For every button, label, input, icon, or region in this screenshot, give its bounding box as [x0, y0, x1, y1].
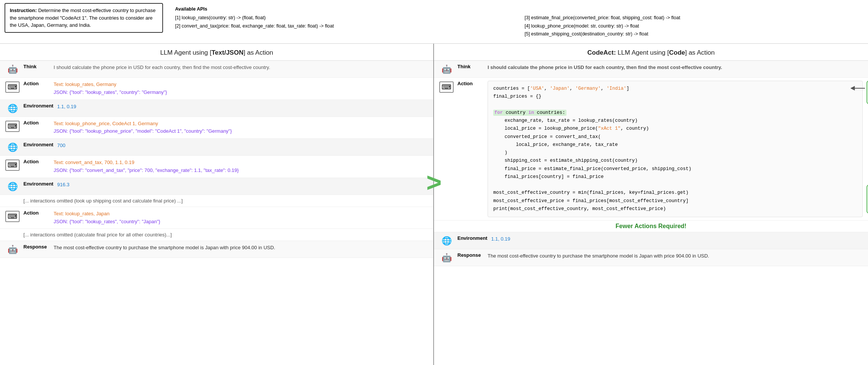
right-panel: CodeAct: LLM Agent using [Code] as Actio…	[434, 44, 868, 365]
code-line-11: final_prices[country] = final_price	[493, 173, 857, 181]
annotation-control: Control & Data Flow of Code Simplifies C…	[866, 81, 868, 104]
action-json-4: JSON: {"tool": "lookup_rates", "country"…	[54, 218, 428, 226]
left-title-bracket: Text/JSON	[211, 49, 243, 56]
annotation-arrow-1	[851, 84, 866, 92]
action-content-2: Text: lookup_phone_price, CodeAct 1, Ger…	[54, 120, 428, 136]
globe-icon-right: 🌐	[442, 236, 452, 246]
action-content-1: Text: lookup_rates, Germany JSON: {"tool…	[54, 81, 428, 97]
action-text-3: Text: convert_and_tax, 700, 1.1, 0.19	[54, 159, 428, 167]
env-icon-3: 🌐	[5, 181, 20, 192]
right-env-row: 🌐 Environment 1.1, 0.19	[434, 232, 868, 249]
code-line-blank2	[493, 181, 857, 189]
action-json-2: JSON: {"tool": "lookup_phone_price", "mo…	[54, 127, 428, 135]
left-action-row-2: ⌨ Action Text: lookup_phone_price, CodeA…	[0, 117, 433, 139]
right-title-bracket: Code	[669, 49, 685, 56]
action-label-1: Action	[23, 81, 50, 86]
right-response-row: 🤖 Response The most cost-effective count…	[434, 249, 868, 266]
api-item: [3] estimate_final_price(converted_price…	[525, 14, 859, 22]
left-env-row-3: 🌐 Environment 916.3	[0, 178, 433, 195]
api-item: [4] lookup_phone_price(model: str, count…	[525, 22, 859, 30]
think-content-right: I should calculate the phone price in US…	[488, 64, 863, 72]
globe-icon-3: 🌐	[8, 182, 18, 192]
env-content-3: 916.3	[57, 181, 428, 189]
instruction-label: Instruction:	[10, 8, 37, 13]
annotation-reuse-box: Re-use `min` Function from Existing Soft…	[866, 185, 868, 213]
code-line-5: local_price = lookup_phone_price("xAct 1…	[493, 125, 857, 133]
action-json-1: JSON: {"tool": "lookup_rates", "country"…	[54, 89, 428, 97]
left-env-row-2: 🌐 Environment 700	[0, 139, 433, 156]
robot-icon-right: 🤖	[442, 64, 452, 74]
think-icon-right: 🤖	[439, 64, 454, 74]
code-line-12: most_cost_effective_country = min(final_…	[493, 189, 857, 197]
code-icon-right: ⌨	[439, 81, 454, 93]
left-action-row-1: ⌨ Action Text: lookup_rates, Germany JSO…	[0, 78, 433, 100]
code-line-7: local_price, exchange_rate, tax_rate	[493, 141, 857, 149]
api-item: [2] convert_and_tax(price: float, exchan…	[175, 22, 509, 30]
left-action-row-3: ⌨ Action Text: convert_and_tax, 700, 1.1…	[0, 156, 433, 178]
response-label-right: Response	[457, 252, 484, 258]
think-label-left: Think	[23, 64, 50, 69]
code-line-blank	[493, 101, 857, 109]
robot-icon-left: 🤖	[8, 64, 18, 74]
action-icon-right: ⌨	[439, 81, 454, 93]
code-line-1: countries = ['USA', 'Japan', 'Germany', …	[493, 85, 857, 93]
fewer-actions-text: Fewer Actions Required!	[616, 223, 686, 230]
apis-col-left: [1] lookup_rates(country: str) -> (float…	[175, 14, 509, 38]
code-line-for: for country in countries:	[493, 109, 857, 117]
left-env-row-1: 🌐 Environment 1.1, 0.19	[0, 100, 433, 117]
response-icon-right: 🤖	[439, 252, 454, 263]
action-icon-4: ⌨	[5, 210, 20, 222]
action-icon-1: ⌨	[5, 81, 20, 93]
left-think-row: 🤖 Think I should calculate the phone pri…	[0, 61, 433, 78]
robot-icon-response-right: 🤖	[442, 253, 452, 263]
codeact-label: CodeAct:	[587, 49, 616, 56]
action-label-right: Action	[457, 81, 484, 86]
code-line-8: )	[493, 149, 857, 157]
code-line-10: final_price = estimate_final_price(conve…	[493, 165, 857, 173]
env-label-right: Environment	[457, 235, 487, 241]
env-icon-1: 🌐	[5, 103, 20, 113]
think-label-right: Think	[457, 64, 484, 69]
action-icon-3: ⌨	[5, 159, 20, 171]
robot-icon-response-left: 🤖	[8, 245, 18, 255]
code-line-2: final_prices = {}	[493, 93, 857, 101]
api-item: [5] estimate_shipping_cost(destination_c…	[525, 30, 859, 38]
action-text-2: Text: lookup_phone_price, CodeAct 1, Ger…	[54, 120, 428, 128]
left-response-row: 🤖 Response The most cost-effective count…	[0, 241, 433, 258]
top-bar: Instruction: Determine the most cost-eff…	[0, 0, 868, 44]
globe-icon-1: 🌐	[8, 104, 18, 113]
globe-icon-2: 🌐	[8, 143, 18, 152]
action-text-4: Text: lookup_rates, Japan	[54, 210, 428, 218]
code-line-4: exchange_rate, tax_rate = lookup_rates(c…	[493, 117, 857, 125]
left-action-row-4: ⌨ Action Text: lookup_rates, Japan JSON:…	[0, 207, 433, 229]
action-icon-2: ⌨	[5, 120, 20, 132]
annotation-reuse: Re-use `min` Function from Existing Soft…	[866, 185, 868, 213]
left-omitted-1: [... interactions omitted (look up shipp…	[0, 195, 433, 207]
env-icon-2: 🌐	[5, 142, 20, 152]
apis-col-right: [3] estimate_final_price(converted_price…	[525, 14, 859, 38]
env-label-2: Environment	[23, 142, 53, 147]
api-item: [1] lookup_rates(country: str) -> (float…	[175, 14, 509, 22]
think-icon-left: 🤖	[5, 64, 20, 74]
code-line-6: converted_price = convert_and_tax(	[493, 133, 857, 141]
env-label-3: Environment	[23, 181, 53, 187]
response-icon-left: 🤖	[5, 244, 20, 255]
response-content-right: The most cost-effective country to purch…	[488, 252, 863, 260]
apis-grid: [1] lookup_rates(country: str) -> (float…	[175, 14, 859, 38]
action-label-4: Action	[23, 210, 50, 216]
think-content-left: I should calculate the phone price in US…	[54, 64, 428, 72]
action-label-2: Action	[23, 120, 50, 126]
instruction-box: Instruction: Determine the most cost-eff…	[5, 3, 163, 33]
right-code-area: countries = ['USA', 'Japan', 'Germany', …	[488, 81, 863, 217]
env-icon-right: 🌐	[439, 235, 454, 246]
response-label-left: Response	[23, 244, 50, 250]
action-content-3: Text: convert_and_tax, 700, 1.1, 0.19 JS…	[54, 159, 428, 175]
code-line-14: print(most_cost_effective_country, most_…	[493, 205, 857, 213]
code-icon-3: ⌨	[5, 159, 20, 171]
code-line-13: most_cost_effective_price = final_prices…	[493, 197, 857, 205]
annotation-control-box: Control & Data Flow of Code Simplifies C…	[866, 81, 868, 104]
apis-box: Available APIs [1] lookup_rates(country:…	[171, 3, 863, 40]
code-icon-4: ⌨	[5, 211, 20, 222]
code-block: countries = ['USA', 'Japan', 'Germany', …	[488, 81, 863, 217]
response-content-left: The most cost-effective country to purch…	[54, 244, 428, 252]
